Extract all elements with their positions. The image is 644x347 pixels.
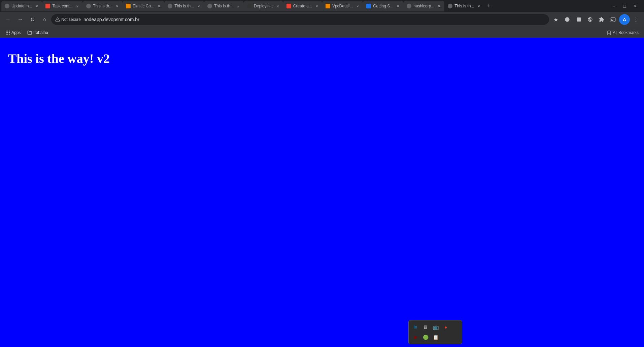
tab-1-title: Update in... — [11, 4, 32, 8]
not-secure-indicator: Not secure — [55, 17, 81, 22]
tab-7-favicon — [247, 4, 252, 8]
all-bookmarks-label: All Bookmarks — [613, 30, 639, 35]
browser-chrome: Update in... × Task conf... × This is th… — [0, 0, 644, 38]
tray-circle-icon[interactable]: ● — [442, 323, 450, 331]
tab-12-favicon — [448, 4, 452, 8]
tab-10-close[interactable]: × — [395, 3, 401, 9]
tab-3-title: This is th... — [93, 4, 112, 8]
tab-7-close[interactable]: × — [275, 3, 280, 9]
tab-7-title: Deployin... — [254, 4, 273, 8]
svg-rect-8 — [7, 32, 8, 33]
url-text: nodeapp.devopsmt.com.br — [83, 17, 139, 22]
tray-green-icon[interactable]: 🟢 — [421, 333, 430, 341]
tab-7[interactable]: Deployin... × — [244, 1, 283, 11]
bookmarks-bar: Apps trabalho All Bookmarks — [0, 27, 644, 38]
tab-2[interactable]: Task conf... × — [42, 1, 83, 11]
apps-label: Apps — [11, 30, 21, 35]
nav-bar: ← → ↻ ⌂ Not secure nodeapp.devopsmt.com.… — [0, 12, 644, 27]
window-controls: − □ × — [609, 1, 643, 11]
tab-bar: Update in... × Task conf... × This is th… — [0, 0, 644, 12]
tray-monitor-icon[interactable]: 🖥 — [421, 323, 430, 331]
tab-6-close[interactable]: × — [236, 3, 241, 9]
new-tab-button[interactable]: + — [484, 1, 494, 11]
svg-rect-6 — [9, 31, 10, 31]
tab-1-close[interactable]: × — [34, 3, 39, 9]
tab-2-favicon — [45, 4, 50, 8]
tab-12[interactable]: This is th... × — [444, 1, 484, 11]
tab-9[interactable]: VpcDetail... × — [322, 1, 363, 11]
tab-5-close[interactable]: × — [196, 3, 201, 9]
page-content: This is the way! v2 — [0, 38, 644, 347]
tab-6-favicon — [207, 4, 212, 8]
tab-11-title: hashicorp... — [413, 4, 434, 8]
svg-rect-7 — [6, 32, 6, 33]
all-bookmarks-button[interactable]: All Bookmarks — [604, 29, 641, 36]
tab-9-title: VpcDetail... — [332, 4, 353, 8]
svg-rect-12 — [9, 34, 10, 34]
page-heading: This is the way! v2 — [8, 51, 110, 66]
minimize-button[interactable]: − — [609, 1, 618, 11]
svg-rect-9 — [9, 32, 10, 33]
nav-right-buttons: ★ A ⋮ — [550, 14, 641, 25]
tab-6-title: This is th... — [214, 4, 234, 8]
svg-rect-5 — [7, 31, 8, 31]
maximize-button[interactable]: □ — [620, 1, 629, 11]
tab-10-favicon — [366, 4, 371, 8]
tab-bar-left: Update in... × Task conf... × This is th… — [1, 1, 609, 11]
tab-12-title: This is th... — [454, 4, 474, 8]
tab-4-title: Elastic Co... — [133, 4, 154, 8]
svg-rect-10 — [6, 34, 6, 34]
tab-1[interactable]: Update in... × — [1, 1, 42, 11]
reload-button[interactable]: ↻ — [27, 14, 38, 25]
svg-rect-11 — [7, 34, 8, 34]
tray-square-icon[interactable]: ■ — [411, 333, 419, 341]
tab-2-close[interactable]: × — [75, 3, 80, 9]
tab-1-favicon — [5, 4, 9, 8]
tab-8-close[interactable]: × — [314, 3, 319, 9]
tab-3[interactable]: This is th... × — [83, 1, 123, 11]
bookmark-trabalho[interactable]: trabalho — [25, 29, 50, 36]
tab-3-close[interactable]: × — [114, 3, 120, 9]
more-options-button[interactable]: ⋮ — [631, 14, 641, 25]
forward-button[interactable]: → — [15, 14, 26, 25]
tray-linkedin-icon[interactable]: in — [411, 323, 419, 331]
tab-12-close[interactable]: × — [476, 3, 481, 9]
folder-icon — [27, 30, 32, 35]
address-bar[interactable]: Not secure nodeapp.devopsmt.com.br — [51, 14, 549, 25]
tray-clipboard-icon[interactable]: 📋 — [432, 333, 440, 341]
bookmark-star-button[interactable]: ★ — [550, 14, 561, 25]
browser-extension-2[interactable] — [573, 14, 584, 25]
tab-11-close[interactable]: × — [436, 3, 442, 9]
tab-4-favicon — [126, 4, 131, 8]
tab-5-title: This is th... — [174, 4, 194, 8]
browser-extension-1[interactable] — [562, 14, 573, 25]
tab-5-favicon — [168, 4, 172, 8]
tab-11-favicon — [407, 4, 411, 8]
tab-10[interactable]: Getting S... × — [363, 1, 403, 11]
bookmark-icon — [607, 30, 611, 35]
apps-icon — [5, 30, 10, 35]
cast-button[interactable] — [608, 14, 618, 25]
not-secure-label: Not secure — [61, 17, 81, 22]
profile-button[interactable]: A — [619, 14, 630, 25]
google-translate-button[interactable] — [585, 14, 596, 25]
home-button[interactable]: ⌂ — [39, 14, 50, 25]
bookmark-apps[interactable]: Apps — [3, 29, 23, 36]
tab-8[interactable]: Create a... × — [283, 1, 322, 11]
tray-display-icon[interactable]: 📺 — [432, 323, 440, 331]
tab-9-favicon — [326, 4, 330, 8]
tab-4[interactable]: Elastic Co... × — [123, 1, 164, 11]
extensions-button[interactable] — [596, 14, 607, 25]
tab-11[interactable]: hashicorp... × — [403, 1, 444, 11]
tab-6[interactable]: This is th... × — [204, 1, 244, 11]
tab-5[interactable]: This is th... × — [164, 1, 204, 11]
close-button[interactable]: × — [631, 1, 640, 11]
tab-4-close[interactable]: × — [156, 3, 162, 9]
back-button[interactable]: ← — [3, 14, 13, 25]
tab-8-favicon — [286, 4, 291, 8]
tab-9-close[interactable]: × — [355, 3, 360, 9]
tray-popup: in 🖥 📺 ● ■ 🟢 📋 — [408, 320, 462, 344]
tab-3-favicon — [86, 4, 91, 8]
svg-rect-4 — [6, 31, 6, 31]
tab-2-title: Task conf... — [52, 4, 73, 8]
